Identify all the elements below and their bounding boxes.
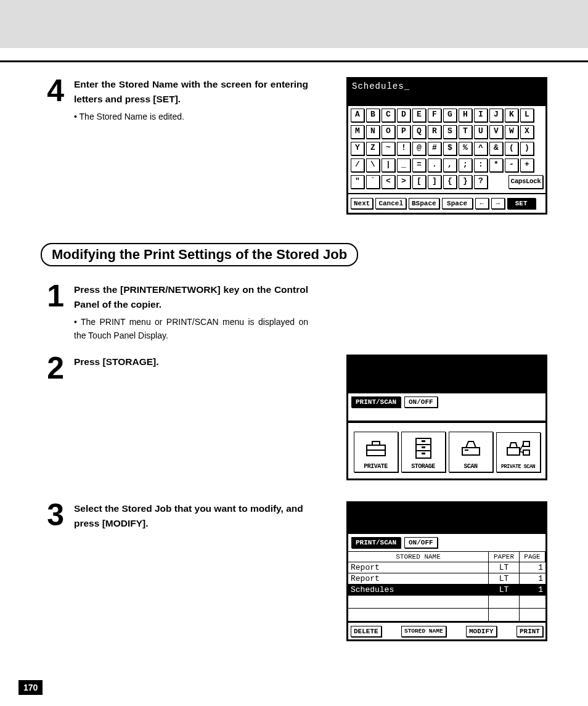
kb-space-button[interactable]: Space — [442, 198, 473, 209]
key-[[interactable]: [ — [412, 175, 426, 189]
table-row[interactable]: ReportLT1 — [348, 562, 545, 573]
key-"[interactable]: " — [351, 175, 364, 189]
key-B[interactable]: B — [366, 109, 380, 122]
key-![interactable]: ! — [397, 142, 410, 155]
table-row[interactable]: SchedulesLT1 — [348, 585, 545, 596]
key-_[interactable]: _ — [397, 158, 410, 172]
key-I[interactable]: I — [474, 109, 488, 122]
key-C[interactable]: C — [382, 109, 395, 122]
key-+[interactable]: + — [520, 158, 534, 172]
key-G[interactable]: G — [443, 109, 457, 122]
table-header: STORED NAME PAPER PAGE — [348, 551, 545, 562]
key-O[interactable]: O — [382, 125, 395, 139]
key-=[interactable]: = — [412, 158, 426, 172]
scan-button[interactable]: SCAN — [449, 432, 493, 472]
key-][interactable]: ] — [428, 175, 441, 189]
key-J[interactable]: J — [489, 109, 503, 122]
table-row[interactable]: ReportLT1 — [348, 573, 545, 585]
key-}[interactable]: } — [459, 175, 472, 189]
step-number-1: 1 — [41, 282, 65, 342]
key-`[interactable]: ` — [366, 175, 380, 189]
key-~[interactable]: ~ — [382, 142, 395, 155]
step1-bullet: The PRINT menu or PRINT/SCAN menu is dis… — [74, 316, 308, 342]
briefcase-icon — [357, 436, 395, 461]
svg-rect-9 — [462, 448, 480, 455]
key-\[interactable]: \ — [366, 158, 380, 172]
step1-title: Press the [PRINTER/NETWORK] key on the C… — [74, 282, 308, 312]
table-row — [348, 596, 545, 609]
capslock-key[interactable]: CapsLock — [508, 175, 543, 189]
stored-name-button[interactable]: STORED NAME — [401, 626, 446, 637]
key-*[interactable]: * — [489, 158, 503, 172]
kb-left-arrow-button[interactable]: ← — [475, 198, 489, 209]
svg-rect-12 — [507, 448, 520, 455]
key-;[interactable]: ; — [459, 158, 472, 172]
key-K[interactable]: K — [505, 109, 518, 122]
key-<[interactable]: < — [382, 175, 395, 189]
key-/[interactable]: / — [351, 158, 364, 172]
kb-set-button[interactable]: SET — [507, 198, 536, 209]
key-%[interactable]: % — [459, 142, 472, 155]
key-{[interactable]: { — [443, 175, 457, 189]
step2-title: Press [STORAGE]. — [74, 355, 159, 369]
header-grey-bar — [0, 0, 588, 48]
modify-button[interactable]: MODIFY — [466, 626, 497, 637]
key-P[interactable]: P — [397, 125, 410, 139]
step-number-2: 2 — [41, 355, 65, 382]
key-L[interactable]: L — [520, 109, 534, 122]
key-T[interactable]: T — [459, 125, 472, 139]
kb-next-button[interactable]: Next — [351, 198, 373, 209]
key-Q[interactable]: Q — [412, 125, 426, 139]
iconscreen-top-band — [348, 356, 545, 393]
on-off-tab[interactable]: ON/OFF — [404, 396, 438, 408]
key-F[interactable]: F — [428, 109, 441, 122]
key-N[interactable]: N — [366, 125, 380, 139]
keyboard-screen: Schedules ABCDEFGHIJKL MNOPQRSTUVWX YZ~!… — [346, 77, 547, 215]
key-@[interactable]: @ — [412, 142, 426, 155]
key-?[interactable]: ? — [474, 175, 488, 189]
key-D[interactable]: D — [397, 109, 410, 122]
key-#[interactable]: # — [428, 142, 441, 155]
key-Y[interactable]: Y — [351, 142, 364, 155]
key--[interactable]: - — [505, 158, 518, 172]
kb-right-arrow-button[interactable]: → — [491, 198, 505, 209]
print-button[interactable]: PRINT — [517, 626, 543, 637]
svg-rect-6 — [422, 440, 425, 442]
on-off-tab-2[interactable]: ON/OFF — [404, 537, 438, 548]
key-$[interactable]: $ — [443, 142, 457, 155]
key-X[interactable]: X — [520, 125, 534, 139]
private-scan-button[interactable]: PRIVATE SCAN — [496, 432, 541, 472]
private-button[interactable]: PRIVATE — [354, 432, 398, 472]
key-V[interactable]: V — [489, 125, 503, 139]
key-S[interactable]: S — [443, 125, 457, 139]
key-^[interactable]: ^ — [474, 142, 488, 155]
storage-button[interactable]: STORAGE — [401, 432, 446, 472]
kb-backspace-button[interactable]: BSpace — [409, 198, 439, 209]
key-M[interactable]: M — [351, 125, 364, 139]
key-|[interactable]: | — [382, 158, 395, 172]
step-number-3: 3 — [41, 501, 65, 531]
key-)[interactable]: ) — [520, 142, 534, 155]
key-W[interactable]: W — [505, 125, 518, 139]
kb-cancel-button[interactable]: Cancel — [375, 198, 406, 209]
key-:[interactable]: : — [474, 158, 488, 172]
key-R[interactable]: R — [428, 125, 441, 139]
table-screen: PRINT/SCAN ON/OFF STORED NAME PAPER PAGE… — [346, 501, 547, 641]
keyboard-grid: ABCDEFGHIJKL MNOPQRSTUVWX YZ~!@#$%^&() /… — [348, 106, 545, 194]
key-([interactable]: ( — [505, 142, 518, 155]
key-.[interactable]: . — [428, 158, 441, 172]
keyboard-title-bar: Schedules — [348, 79, 545, 106]
key-,[interactable]: , — [443, 158, 457, 172]
key-E[interactable]: E — [412, 109, 426, 122]
key-H[interactable]: H — [459, 109, 472, 122]
key-Z[interactable]: Z — [366, 142, 380, 155]
key-A[interactable]: A — [351, 109, 364, 122]
step-number-4: 4 — [41, 77, 65, 124]
key->[interactable]: > — [397, 175, 410, 189]
delete-button[interactable]: DELETE — [351, 626, 382, 637]
key-&[interactable]: & — [489, 142, 503, 155]
key-U[interactable]: U — [474, 125, 488, 139]
print-scan-tab[interactable]: PRINT/SCAN — [351, 396, 401, 408]
scanner-icon — [452, 436, 490, 461]
print-scan-tab-2[interactable]: PRINT/SCAN — [351, 537, 401, 548]
